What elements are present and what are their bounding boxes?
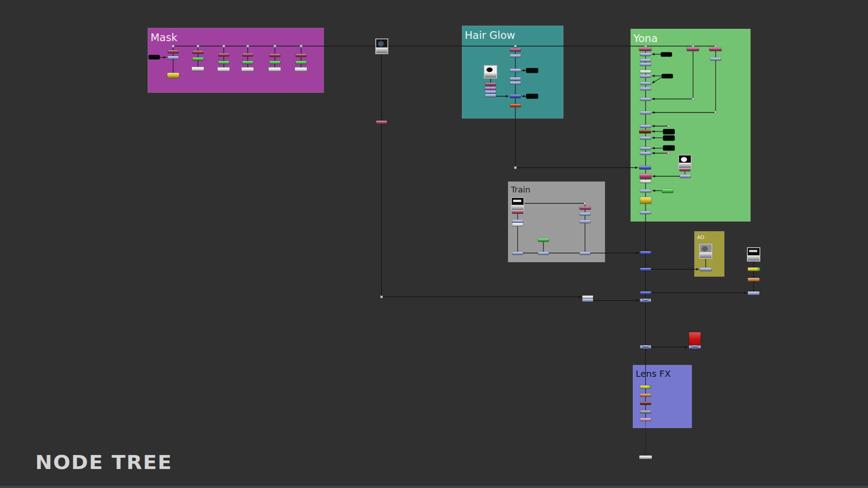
node-rect-yona-blue-10[interactable] xyxy=(640,136,651,140)
node-red-block[interactable] xyxy=(689,332,701,345)
node-rect-mask-c6-red[interactable] xyxy=(296,54,307,57)
node-yona-blue-7[interactable] xyxy=(640,98,651,101)
node-mask-c2-red[interactable] xyxy=(193,51,203,54)
yona-note-5[interactable] xyxy=(663,145,675,150)
yona-note-1-rect[interactable] xyxy=(661,52,672,56)
backdrop-mask[interactable]: Mask xyxy=(148,28,324,93)
node-yona-blue-10[interactable] xyxy=(640,136,651,140)
node-graph-svg[interactable]: MaskHair GlowYonaTrainAOLens FX xyxy=(0,0,868,488)
node-rect-out-darkblue-1[interactable] xyxy=(640,251,651,254)
node-rect-yona-mid-red[interactable] xyxy=(687,47,699,51)
node-rect-train-left-out[interactable] xyxy=(512,252,523,255)
read-node-hairglow-read[interactable] xyxy=(484,66,497,79)
node-rect-train-left-blue[interactable] xyxy=(512,220,523,223)
node-rect-red-block[interactable] xyxy=(689,332,701,345)
node-train-right-blue-1[interactable] xyxy=(580,212,590,216)
node-hairglow-main-blue-2[interactable] xyxy=(510,69,521,72)
dot-hairglow-top[interactable] xyxy=(514,45,517,47)
node-yona-blue-3[interactable] xyxy=(640,63,651,66)
node-rect-merge-white[interactable] xyxy=(582,296,593,299)
node-rect-mask-c2-green[interactable] xyxy=(193,57,203,61)
node-rect-mask-c4-white[interactable] xyxy=(241,67,254,71)
node-graph-canvas[interactable]: MaskHair GlowYonaTrainAOLens FX NODE TRE… xyxy=(0,0,868,488)
node-yona-blue-4[interactable] xyxy=(640,75,651,78)
node-mask-c3-white[interactable] xyxy=(217,67,230,71)
node-train-left-red[interactable] xyxy=(512,211,523,214)
node-hairglow-main-orangered[interactable] xyxy=(510,104,521,107)
dot-mask-c1[interactable] xyxy=(172,45,175,47)
dot-yona-side-2[interactable] xyxy=(668,152,670,155)
node-rect-yona-main-red[interactable] xyxy=(639,47,651,51)
node-red-block-cross[interactable] xyxy=(689,345,701,349)
node-yona-blue-9[interactable] xyxy=(640,125,651,128)
node-mask-c1-blue[interactable] xyxy=(168,56,179,59)
node-train-green[interactable] xyxy=(538,238,549,242)
node-rect-hairglow-main-blue-2[interactable] xyxy=(510,69,521,72)
dot-yona-right-end[interactable] xyxy=(715,111,717,113)
node-mask-c2-green[interactable] xyxy=(193,57,203,61)
node-rect-hairglow-left-violet[interactable] xyxy=(485,87,496,90)
node-rect-output-white[interactable] xyxy=(639,455,652,459)
node-rect-hairglow-left-red[interactable] xyxy=(485,83,496,86)
hairglow-note-2-rect[interactable] xyxy=(526,94,538,99)
node-rect-yona-blue-4[interactable] xyxy=(640,75,651,78)
node-rect-yona-blue-14[interactable] xyxy=(640,211,651,214)
node-rect-right-yellow[interactable] xyxy=(748,267,760,271)
node-mask-c4-white[interactable] xyxy=(241,67,254,71)
node-rect-mask-c5-white[interactable] xyxy=(269,67,281,71)
dot-mask-c3[interactable] xyxy=(223,45,225,47)
node-out-darkblue-2[interactable] xyxy=(640,268,651,271)
node-rect-mask-c2-red[interactable] xyxy=(193,51,203,54)
node-lensfx-gray[interactable] xyxy=(640,410,651,413)
dot-yona-right-top[interactable] xyxy=(715,45,717,47)
node-rect-hairglow-main-blue-3[interactable] xyxy=(510,77,521,80)
node-mask-c6-red[interactable] xyxy=(296,54,307,57)
node-rect-yona-right-blue[interactable] xyxy=(710,57,721,61)
node-rect-yona-blue-12[interactable] xyxy=(640,152,651,155)
node-hairglow-left-violet[interactable] xyxy=(485,87,496,90)
node-rect-mask-c1-red[interactable] xyxy=(168,50,179,53)
node-rect-yona-blue-11[interactable] xyxy=(640,147,651,150)
node-rect-yona-right-red[interactable] xyxy=(709,47,722,51)
node-hairglow-left-blue-1[interactable] xyxy=(485,90,496,94)
dot-mask-c5[interactable] xyxy=(274,45,276,47)
node-rect-yona-darkblue[interactable] xyxy=(639,166,651,169)
node-rect-yona-blue-13[interactable] xyxy=(640,189,651,192)
node-rect-yona-white-2[interactable] xyxy=(640,180,651,183)
node-rect-hairglow-main-red[interactable] xyxy=(510,48,521,52)
node-rect-train-right-red[interactable] xyxy=(580,206,591,210)
node-yona-white-2[interactable] xyxy=(640,180,651,183)
hairglow-note-1[interactable] xyxy=(526,68,538,73)
node-rect-merge-blue[interactable] xyxy=(582,299,593,302)
node-hairglow-main-blue-4[interactable] xyxy=(510,81,521,84)
yona-note-2-rect[interactable] xyxy=(662,74,673,78)
node-hairglow-left-blue-2[interactable] xyxy=(485,94,496,97)
dot-mask-c6[interactable] xyxy=(300,45,302,47)
node-hairglow-main-blue-1[interactable] xyxy=(510,54,521,57)
node-rect-ao-blue[interactable] xyxy=(700,267,712,271)
yona-note-2[interactable] xyxy=(662,74,673,78)
node-rect-out-darkblue-3[interactable] xyxy=(640,291,651,295)
node-mask-c3-green[interactable] xyxy=(218,61,229,64)
node-rect-lensfx-orange[interactable] xyxy=(640,394,651,397)
node-mask-c3-red[interactable] xyxy=(218,53,229,56)
node-rect-mask-c2-white[interactable] xyxy=(192,67,204,71)
dot-mask-c4[interactable] xyxy=(247,45,249,47)
node-train-left-out[interactable] xyxy=(512,252,523,255)
node-yona-magenta[interactable] xyxy=(640,174,651,179)
node-yona-green-side[interactable] xyxy=(662,189,673,193)
node-right-yellow[interactable] xyxy=(748,267,760,271)
node-rect-train-left-white[interactable] xyxy=(512,223,523,226)
node-rect-lensfx-gray[interactable] xyxy=(640,410,651,413)
node-rect-mask-c4-green[interactable] xyxy=(242,61,253,64)
node-train-left-blue[interactable] xyxy=(512,220,523,223)
dot-yona-main-top[interactable] xyxy=(645,45,647,47)
node-mask-c1-red[interactable] xyxy=(168,50,179,53)
yona-note-3[interactable] xyxy=(663,129,675,134)
read-node-branch-read[interactable] xyxy=(376,39,388,54)
node-rect-yona-blue-2[interactable] xyxy=(640,59,651,62)
node-train-right-red[interactable] xyxy=(580,206,591,210)
node-rect-yona-white-1[interactable] xyxy=(640,70,651,73)
node-out-cross-2[interactable] xyxy=(640,345,651,349)
yona-note-4-rect[interactable] xyxy=(663,136,675,141)
